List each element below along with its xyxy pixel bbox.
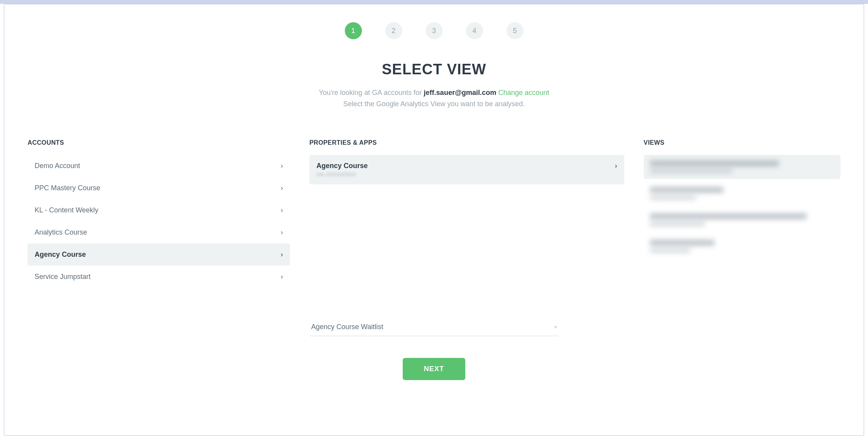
view-sub-blurred: [650, 222, 705, 226]
account-subline: You're looking at GA accounts for jeff.s…: [28, 89, 840, 97]
account-email: jeff.sauer@gmail.com: [424, 89, 496, 96]
chevron-right-icon: ›: [281, 251, 283, 259]
view-label-blurred: [650, 240, 714, 246]
setup-wizard-page: 1 2 3 4 5 SELECT VIEW You're looking at …: [4, 4, 864, 436]
chevron-right-icon: ›: [281, 228, 283, 237]
view-label-blurred: [650, 160, 779, 167]
view-item[interactable]: [644, 234, 840, 258]
view-item-selected[interactable]: [644, 155, 840, 179]
view-item[interactable]: [644, 208, 840, 232]
stepper: 1 2 3 4 5: [28, 22, 840, 39]
account-label: Analytics Course: [35, 228, 87, 237]
view-label-blurred: [650, 187, 724, 193]
views-column: VIEWS: [644, 139, 840, 288]
footer-area: Agency Course Waitlist ▾ NEXT: [310, 319, 559, 380]
account-item[interactable]: Demo Account ›: [28, 155, 290, 177]
property-label: Agency Course: [316, 162, 368, 170]
property-label-wrap: Agency Course UA-XXXXXXXX: [316, 162, 368, 177]
step-2[interactable]: 2: [385, 22, 402, 39]
chevron-right-icon: ›: [615, 162, 617, 170]
account-item[interactable]: Analytics Course ›: [28, 221, 290, 244]
view-sub-blurred: [650, 248, 690, 253]
step-3[interactable]: 3: [426, 22, 443, 39]
subline-prefix: You're looking at GA accounts for: [319, 89, 424, 96]
account-item[interactable]: PPC Mastery Course ›: [28, 177, 290, 199]
step-5[interactable]: 5: [506, 22, 524, 39]
views-title: VIEWS: [644, 139, 840, 146]
chevron-right-icon: ›: [281, 273, 283, 281]
view-sub-blurred: [650, 169, 733, 174]
account-label: Agency Course: [35, 251, 86, 259]
accounts-title: ACCOUNTS: [28, 139, 290, 146]
account-item[interactable]: KL - Content Weekly ›: [28, 199, 290, 221]
chevron-down-icon: ▾: [554, 324, 557, 330]
account-label: Service Jumpstart: [35, 273, 91, 281]
heading-block: SELECT VIEW You're looking at GA account…: [28, 61, 840, 108]
view-label-blurred: [650, 213, 807, 219]
account-item[interactable]: Service Jumpstart ›: [28, 266, 290, 288]
view-item[interactable]: [644, 181, 840, 205]
properties-title: PROPERTIES & APPS: [309, 139, 624, 146]
chevron-right-icon: ›: [281, 184, 283, 192]
property-id-blurred: UA-XXXXXXXX: [316, 172, 368, 177]
page-title: SELECT VIEW: [28, 61, 840, 78]
change-account-link[interactable]: Change account: [498, 89, 549, 96]
view-sub-blurred: [650, 195, 696, 200]
properties-column: PROPERTIES & APPS Agency Course UA-XXXXX…: [309, 139, 624, 288]
accounts-column: ACCOUNTS Demo Account › PPC Mastery Cour…: [28, 139, 290, 288]
account-label: Demo Account: [35, 162, 80, 170]
chevron-right-icon: ›: [281, 206, 283, 214]
selected-view-dropdown[interactable]: Agency Course Waitlist ▾: [310, 319, 559, 336]
step-4[interactable]: 4: [466, 22, 483, 39]
account-label: PPC Mastery Course: [35, 184, 100, 192]
selector-columns: ACCOUNTS Demo Account › PPC Mastery Cour…: [28, 139, 840, 288]
instruction-subline: Select the Google Analytics View you wan…: [28, 100, 840, 108]
selected-view-value: Agency Course Waitlist: [311, 323, 383, 331]
property-item-selected[interactable]: Agency Course UA-XXXXXXXX ›: [309, 155, 624, 184]
next-button[interactable]: NEXT: [403, 358, 465, 380]
chevron-right-icon: ›: [281, 162, 283, 170]
account-item-selected[interactable]: Agency Course ›: [28, 244, 290, 266]
account-label: KL - Content Weekly: [35, 206, 98, 214]
step-1[interactable]: 1: [345, 22, 362, 39]
